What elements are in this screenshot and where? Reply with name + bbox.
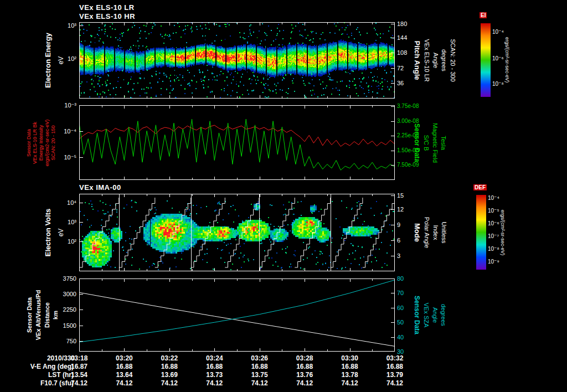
right-axis-label-line: Magnetic Field (432, 123, 439, 163)
data-row-value: 74.12 (336, 379, 364, 387)
data-row-value: 74.12 (245, 379, 274, 387)
data-row-value: 16.88 (155, 363, 184, 370)
ima-left-tick-label: 10² (51, 238, 76, 245)
def-colorbar (476, 195, 486, 270)
data-row-value: 13.76 (290, 371, 319, 379)
right-axis-label-line: Unitless (441, 221, 447, 243)
intensity_b-right-tick-label: 3.00e-08 (397, 118, 429, 124)
right-axis-label-line: VEx SZA (423, 303, 430, 328)
data-row-value: 74.12 (65, 379, 94, 387)
left-axis-label-line: Distance (44, 302, 50, 328)
data-row-value: 74.12 (290, 379, 319, 387)
colorbar-tick-label: 10⁻⁴ (492, 29, 504, 35)
def-colorbar-unit: ergs/(cm²-sr-sec-eV) (500, 210, 506, 256)
els-right-tick-label: 180 (397, 20, 429, 27)
right-axis-label-line: Index (432, 225, 439, 240)
plot-title-ima: VEx IMA-00 (79, 183, 121, 192)
data-row-value: 13.54 (65, 371, 94, 379)
data-row-value: 16.87 (65, 363, 94, 370)
right-axis-label-line: Mode (413, 223, 421, 242)
right-axis-label-line: degrees (441, 49, 447, 71)
time-tick-label: 03:22 (155, 354, 184, 362)
left-axis-label-line: SCAN: 20 - 150 (50, 125, 56, 160)
data-row-value: 74.12 (380, 379, 409, 387)
left-axis-label-line: Sensor Data (26, 297, 33, 333)
right-axis-label-line: SCAN: 20 - 300 (450, 39, 456, 81)
left-axis-label-line: Electron Volts (44, 209, 52, 256)
ima-right-tick-label: 12 (397, 206, 429, 213)
ima-left-tick-label: 10³ (51, 219, 76, 225)
data-row-value: 13.69 (155, 371, 184, 379)
altitude-sza-panel (79, 278, 395, 352)
time-tick-label: 03:28 (290, 354, 319, 362)
ei-colorbar (481, 23, 491, 97)
data-row-value: 74.12 (110, 379, 138, 387)
right-axis-label-line: Sensor Data (413, 296, 421, 334)
alt_sza-left-tick-label: 3000 (51, 291, 76, 297)
alt_sza-right-tick-label: 80 (397, 275, 429, 282)
data-row-value: 74.12 (155, 379, 184, 387)
left-axis-label-line: eV (57, 229, 65, 237)
colorbar-tick-label: 10⁻⁶ (492, 55, 504, 61)
data-row-value: 16.88 (110, 363, 138, 370)
colorbar-tick-label: 10⁻⁶ (488, 220, 499, 226)
colorbar-tick-label: 10⁻⁸ (492, 81, 504, 87)
left-axis-label-line: Energy Intensity (38, 125, 44, 161)
colorbar-tick-label: 10⁻⁴ (488, 195, 499, 201)
data-row-value: 16.88 (290, 363, 319, 370)
right-axis-label-line: Angle (432, 307, 439, 323)
left-axis-label-line: eV (57, 56, 65, 65)
data-row-label: V-E Ang (deg) (10, 363, 74, 370)
right-axis-label-line: Tesla (440, 136, 447, 150)
alt_sza-left-tick-label: 3750 (51, 275, 76, 282)
data-row-value: 13.78 (336, 371, 364, 379)
time-tick-label: 03:18 (65, 354, 94, 362)
left-axis-label-line: VEx ELS-10 LR Bk (32, 121, 38, 163)
els-spectrogram-panel (79, 22, 395, 99)
colorbar-tick-label: 10⁻⁹ (488, 259, 499, 265)
intensity_b-left-tick-label: 10⁻³ (51, 102, 76, 109)
time-tick-label: 03:20 (110, 354, 138, 362)
data-row-value: 74.12 (200, 379, 229, 387)
ima-left-tick-label: 10⁴ (51, 199, 76, 206)
ima-right-tick-label: 3 (397, 252, 429, 259)
colorbar-tick-label: 10⁻⁷ (488, 233, 499, 239)
ei-colorbar-unit: ergs/(cm²-sr-sec-eV) (504, 37, 510, 83)
time-tick-label: 03:26 (245, 354, 274, 362)
time-tick-label: 03:32 (380, 354, 409, 362)
alt_sza-left-tick-label: 750 (51, 338, 76, 344)
data-row-value: 16.88 (245, 363, 274, 370)
time-tick-label: 03:24 (200, 354, 229, 362)
left-axis-label-line: ergs/(cm2-sr-sec-eV) (44, 119, 50, 166)
data-row-value: 13.73 (200, 371, 229, 379)
left-axis-label-line: Sensor Data (26, 128, 32, 156)
data-row-label: LST (hr) (10, 371, 74, 379)
left-axis-label-line: Electron Energy (44, 33, 52, 88)
left-axis-label-line: km (52, 311, 59, 319)
right-axis-label-line: VEx ELS-10 LR (424, 39, 430, 81)
data-row-value: 13.75 (245, 371, 274, 379)
left-axis-label-line: VEx Alt/Venus/Pd (35, 290, 42, 341)
data-row-value: 16.88 (200, 363, 229, 370)
intensity-bfield-panel (79, 105, 395, 180)
data-row-value: 16.88 (336, 363, 364, 370)
plot-title-els-hr: VEx ELS-10 HR (79, 12, 135, 20)
ei-colorbar-title: EI (480, 12, 487, 18)
right-axis-label-line: S/C B (423, 135, 430, 151)
right-axis-label-line: Angle (432, 53, 439, 68)
alt_sza-right-tick-label: 40 (397, 334, 429, 341)
data-row-value: 13.64 (110, 371, 138, 379)
intensity_b-right-tick-label: 7.50e-09 (397, 162, 429, 168)
time-tick-label: 03:30 (336, 354, 364, 362)
data-row-label: F10.7 (sfu) (10, 379, 74, 387)
ima-spectrogram-panel (79, 194, 395, 271)
colorbar-tick-label: 10⁻⁸ (488, 246, 499, 252)
data-row-value: 13.79 (380, 371, 409, 379)
plot-title-els-lr: VEx ELS-10 LR (79, 3, 135, 12)
right-axis-label-line: degrees (440, 304, 447, 326)
def-colorbar-title: DEF (473, 184, 487, 190)
data-row-value: 16.88 (380, 363, 409, 370)
right-axis-label-line: Sensor Data (413, 123, 421, 162)
colorbar-tick-label: 10⁻⁵ (488, 208, 499, 214)
vex-multi-panel-science-plot: VEx ELS-10 LR VEx ELS-10 HR VEx IMA-00 E… (0, 0, 567, 392)
